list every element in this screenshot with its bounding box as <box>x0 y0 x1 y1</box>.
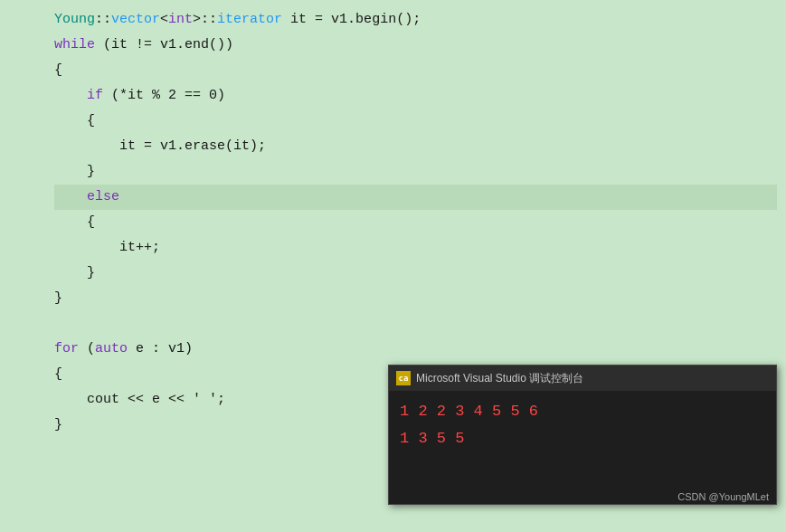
console-output-line2: 1 3 5 5 <box>400 425 765 452</box>
code-line-11: } <box>54 261 777 286</box>
code-token <box>54 185 87 210</box>
code-line-4: if (*it % 2 == 0) <box>54 83 777 109</box>
console-window: ca Microsoft Visual Studio 调试控制台 1 2 2 3… <box>388 365 777 505</box>
code-line-14: for (auto e : v1) <box>54 337 777 362</box>
code-token: vector <box>111 7 160 33</box>
code-line-8: else <box>54 185 777 210</box>
console-footer: CSDN @YoungMLet <box>389 489 776 504</box>
code-token: int <box>168 7 193 33</box>
code-token: } <box>54 261 95 286</box>
code-editor: Young::vector<int>::iterator it = v1.beg… <box>0 0 786 532</box>
code-token: else <box>87 185 119 210</box>
code-token: ( <box>79 337 95 362</box>
code-line-1: Young::vector<int>::iterator it = v1.beg… <box>54 7 777 33</box>
code-token: if <box>87 83 103 109</box>
code-token: e : v1) <box>128 337 193 362</box>
code-line-6: it = v1.erase(it); <box>54 134 777 159</box>
code-token: :: <box>95 7 111 33</box>
code-token: (*it % 2 == 0) <box>103 83 225 109</box>
code-token: { <box>54 58 62 83</box>
code-line-10: it++; <box>54 235 777 261</box>
code-token: } <box>54 413 62 438</box>
code-token: { <box>54 109 95 134</box>
console-output-line1: 1 2 2 3 4 5 5 6 <box>400 398 765 425</box>
code-line-9: { <box>54 210 777 235</box>
console-body: 1 2 2 3 4 5 5 6 1 3 5 5 <box>389 391 776 489</box>
code-token <box>54 311 62 337</box>
console-title: Microsoft Visual Studio 调试控制台 <box>416 371 583 386</box>
code-token: it++; <box>54 235 160 261</box>
code-token: >:: <box>193 7 217 33</box>
code-line-3: { <box>54 58 777 83</box>
console-titlebar: ca Microsoft Visual Studio 调试控制台 <box>389 366 776 391</box>
code-token: { <box>54 362 62 387</box>
code-line-2: while (it != v1.end()) <box>54 33 777 58</box>
code-token: } <box>54 286 62 311</box>
code-token: cout << e << ' '; <box>54 387 225 413</box>
code-token: auto <box>95 337 128 362</box>
code-token: Young <box>54 7 95 33</box>
code-token: for <box>54 337 79 362</box>
code-token <box>54 83 87 109</box>
code-token: (it != v1.end()) <box>95 33 233 58</box>
code-token: } <box>54 159 95 185</box>
code-token: iterator <box>217 7 282 33</box>
code-token: while <box>54 33 95 58</box>
code-token: < <box>160 7 168 33</box>
code-token: { <box>54 210 95 235</box>
code-token: it = v1.begin(); <box>282 7 421 33</box>
code-line-7: } <box>54 159 777 185</box>
code-line-13 <box>54 311 777 337</box>
code-line-12: } <box>54 286 777 311</box>
code-token: it = v1.erase(it); <box>54 134 266 159</box>
code-line-5: { <box>54 109 777 134</box>
console-app-icon: ca <box>396 371 411 385</box>
